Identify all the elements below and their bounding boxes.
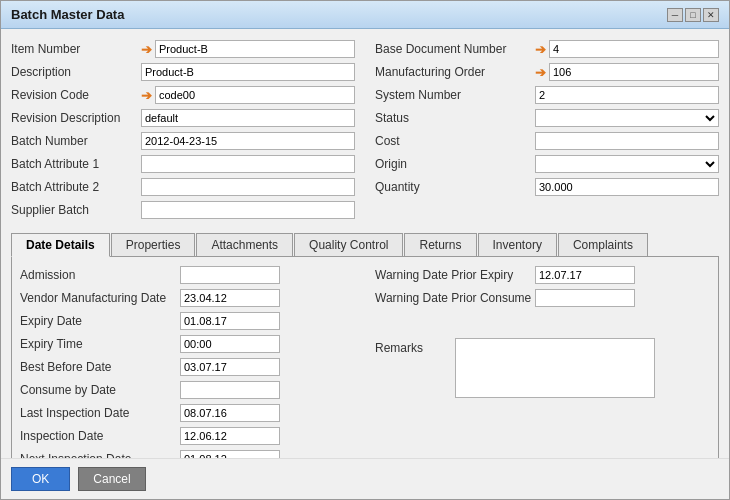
cost-input[interactable] bbox=[535, 132, 719, 150]
inspection-date-input[interactable] bbox=[180, 427, 280, 445]
window-controls: ─ □ ✕ bbox=[667, 8, 719, 22]
revision-description-row: Revision Description bbox=[11, 108, 355, 128]
admission-row: Admission bbox=[20, 265, 355, 285]
vendor-mfg-date-input[interactable] bbox=[180, 289, 280, 307]
revision-code-label: Revision Code bbox=[11, 88, 141, 102]
base-document-input[interactable] bbox=[549, 40, 719, 58]
left-column: Item Number ➔ Description Revision Code … bbox=[11, 39, 355, 223]
footer: OK Cancel bbox=[1, 458, 729, 499]
batch-attribute2-input[interactable] bbox=[141, 178, 355, 196]
remarks-label: Remarks bbox=[375, 338, 455, 355]
description-input[interactable] bbox=[141, 63, 355, 81]
minimize-button[interactable]: ─ bbox=[667, 8, 683, 22]
vendor-mfg-date-row: Vendor Manufacturing Date bbox=[20, 288, 355, 308]
expiry-time-label: Expiry Time bbox=[20, 337, 180, 351]
inspection-date-row: Inspection Date bbox=[20, 426, 355, 446]
cancel-button[interactable]: Cancel bbox=[78, 467, 145, 491]
base-document-label: Base Document Number bbox=[375, 42, 535, 56]
batch-attribute2-row: Batch Attribute 2 bbox=[11, 177, 355, 197]
main-window: Batch Master Data ─ □ ✕ Item Number ➔ De… bbox=[0, 0, 730, 500]
tab-inventory[interactable]: Inventory bbox=[478, 233, 557, 256]
tab-container: Date Details Properties Attachments Qual… bbox=[11, 229, 719, 458]
quantity-input[interactable] bbox=[535, 178, 719, 196]
tab-bar: Date Details Properties Attachments Qual… bbox=[11, 233, 719, 257]
revision-code-arrow: ➔ bbox=[141, 88, 152, 103]
inspection-date-label: Inspection Date bbox=[20, 429, 180, 443]
quantity-label: Quantity bbox=[375, 180, 535, 194]
batch-attribute1-label: Batch Attribute 1 bbox=[11, 157, 141, 171]
tab-date-details[interactable]: Date Details bbox=[11, 233, 110, 257]
top-form: Item Number ➔ Description Revision Code … bbox=[11, 39, 719, 223]
item-number-label: Item Number bbox=[11, 42, 141, 56]
item-number-arrow: ➔ bbox=[141, 42, 152, 57]
manufacturing-order-arrow: ➔ bbox=[535, 65, 546, 80]
consume-by-input[interactable] bbox=[180, 381, 280, 399]
supplier-batch-label: Supplier Batch bbox=[11, 203, 141, 217]
warning-expiry-input[interactable] bbox=[535, 266, 635, 284]
description-row: Description bbox=[11, 62, 355, 82]
best-before-input[interactable] bbox=[180, 358, 280, 376]
admission-label: Admission bbox=[20, 268, 180, 282]
date-right-col: Warning Date Prior Expiry Warning Date P… bbox=[375, 265, 710, 458]
tab-quality-control[interactable]: Quality Control bbox=[294, 233, 403, 256]
manufacturing-order-row: Manufacturing Order ➔ bbox=[375, 62, 719, 82]
expiry-date-input[interactable] bbox=[180, 312, 280, 330]
warning-consume-label: Warning Date Prior Consume bbox=[375, 291, 535, 305]
batch-attribute2-label: Batch Attribute 2 bbox=[11, 180, 141, 194]
remarks-section: Remarks bbox=[375, 338, 710, 398]
quantity-row: Quantity bbox=[375, 177, 719, 197]
base-document-row: Base Document Number ➔ bbox=[375, 39, 719, 59]
batch-number-input[interactable] bbox=[141, 132, 355, 150]
origin-label: Origin bbox=[375, 157, 535, 171]
date-details-content: Admission Vendor Manufacturing Date Expi… bbox=[20, 265, 710, 458]
consume-by-row: Consume by Date bbox=[20, 380, 355, 400]
revision-code-input[interactable] bbox=[155, 86, 355, 104]
expiry-time-row: Expiry Time bbox=[20, 334, 355, 354]
system-number-label: System Number bbox=[375, 88, 535, 102]
status-select[interactable] bbox=[535, 109, 719, 127]
remarks-textarea[interactable] bbox=[455, 338, 655, 398]
admission-input[interactable] bbox=[180, 266, 280, 284]
expiry-date-row: Expiry Date bbox=[20, 311, 355, 331]
cost-row: Cost bbox=[375, 131, 719, 151]
best-before-label: Best Before Date bbox=[20, 360, 180, 374]
revision-description-input[interactable] bbox=[141, 109, 355, 127]
tab-returns[interactable]: Returns bbox=[404, 233, 476, 256]
last-inspection-input[interactable] bbox=[180, 404, 280, 422]
warning-expiry-row: Warning Date Prior Expiry bbox=[375, 265, 710, 285]
consume-by-label: Consume by Date bbox=[20, 383, 180, 397]
system-number-input[interactable] bbox=[535, 86, 719, 104]
ok-button[interactable]: OK bbox=[11, 467, 70, 491]
last-inspection-row: Last Inspection Date bbox=[20, 403, 355, 423]
origin-select[interactable] bbox=[535, 155, 719, 173]
tab-content: Admission Vendor Manufacturing Date Expi… bbox=[11, 257, 719, 458]
description-label: Description bbox=[11, 65, 141, 79]
batch-attribute1-input[interactable] bbox=[141, 155, 355, 173]
window-title: Batch Master Data bbox=[11, 7, 124, 22]
warning-consume-input[interactable] bbox=[535, 289, 635, 307]
right-column: Base Document Number ➔ Manufacturing Ord… bbox=[375, 39, 719, 223]
item-number-input[interactable] bbox=[155, 40, 355, 58]
close-button[interactable]: ✕ bbox=[703, 8, 719, 22]
manufacturing-order-input[interactable] bbox=[549, 63, 719, 81]
tab-complaints[interactable]: Complaints bbox=[558, 233, 648, 256]
base-document-arrow: ➔ bbox=[535, 42, 546, 57]
best-before-row: Best Before Date bbox=[20, 357, 355, 377]
system-number-row: System Number bbox=[375, 85, 719, 105]
expiry-time-input[interactable] bbox=[180, 335, 280, 353]
expiry-date-label: Expiry Date bbox=[20, 314, 180, 328]
origin-row: Origin bbox=[375, 154, 719, 174]
maximize-button[interactable]: □ bbox=[685, 8, 701, 22]
title-bar: Batch Master Data ─ □ ✕ bbox=[1, 1, 729, 29]
warning-expiry-label: Warning Date Prior Expiry bbox=[375, 268, 535, 282]
batch-number-label: Batch Number bbox=[11, 134, 141, 148]
date-left-col: Admission Vendor Manufacturing Date Expi… bbox=[20, 265, 355, 458]
supplier-batch-row: Supplier Batch bbox=[11, 200, 355, 220]
tab-properties[interactable]: Properties bbox=[111, 233, 196, 256]
batch-attribute1-row: Batch Attribute 1 bbox=[11, 154, 355, 174]
revision-description-label: Revision Description bbox=[11, 111, 141, 125]
tab-attachments[interactable]: Attachments bbox=[196, 233, 293, 256]
warning-consume-row: Warning Date Prior Consume bbox=[375, 288, 710, 308]
next-inspection-input[interactable] bbox=[180, 450, 280, 458]
supplier-batch-input[interactable] bbox=[141, 201, 355, 219]
